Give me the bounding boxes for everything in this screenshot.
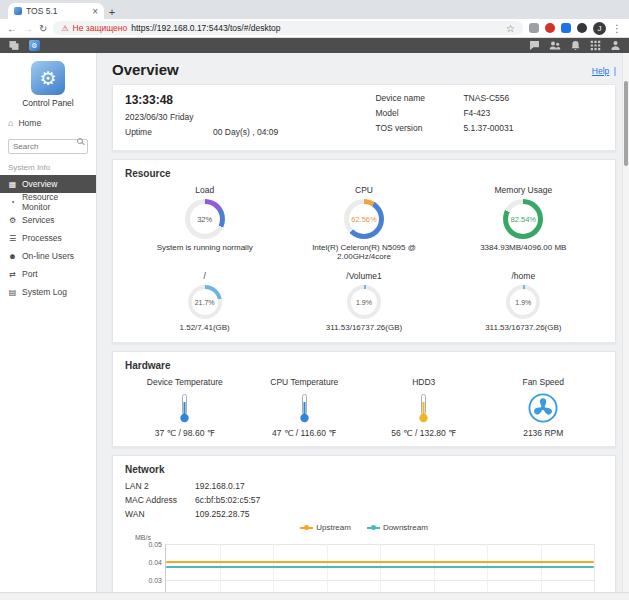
help-area: Help |	[592, 60, 616, 78]
show-desktop-icon[interactable]	[8, 40, 20, 51]
back-icon[interactable]: ←	[7, 23, 17, 34]
memory-gauge: Memory Usage 82.54% 3384.93MB/4096.00 MB	[444, 185, 603, 261]
volume-root-gauge: / 21.7% 1.52/7.41(GB)	[125, 271, 284, 332]
upstream-line	[166, 561, 594, 563]
search-input[interactable]	[8, 139, 88, 154]
bookmark-star-icon[interactable]: ☆	[506, 23, 515, 34]
model-value: F4-423	[463, 108, 490, 118]
sidebar-search	[8, 135, 88, 154]
page-scrollbar[interactable]	[622, 53, 629, 592]
volume1-donut: 1.9%	[347, 285, 381, 319]
port-icon: ⇄	[8, 270, 17, 279]
network-card: Network LAN 2 192.168.0.17 MAC Address 6…	[112, 455, 616, 592]
control-panel-title: Control Panel	[0, 98, 96, 108]
legend-downstream[interactable]: Downstream	[367, 523, 428, 532]
wan-row: WAN 109.252.28.75	[125, 509, 603, 519]
model-label: Model	[375, 108, 463, 118]
fan-speed-item: Fan Speed 2136 RPM	[484, 377, 604, 438]
uptime-label: Uptime	[125, 127, 213, 137]
chart-plot-area: 0.05 0.04 0.03 0.02 0.01 0.00	[165, 544, 595, 592]
address-bar[interactable]: ⚠ Не защищено https://192.168.0.17:5443/…	[53, 21, 523, 35]
volume-home-donut: 1.9%	[506, 285, 540, 319]
extension-icon[interactable]	[529, 23, 539, 33]
uptime-value: 00 Day(s) , 04:09	[213, 127, 278, 137]
model-row: Model F4-423	[375, 108, 603, 118]
cpu-donut: 62.56%	[344, 199, 384, 239]
legend-upstream[interactable]: Upstream	[300, 523, 351, 532]
new-tab-button[interactable]: +	[104, 4, 120, 19]
message-icon[interactable]	[529, 40, 540, 51]
control-panel-task-icon[interactable]: ⚙	[29, 40, 40, 51]
account-icon[interactable]	[610, 40, 621, 51]
sidebar-item-label: Resource Monitor	[22, 192, 88, 212]
help-separator: |	[614, 66, 616, 76]
sidebar-item-port[interactable]: ⇄ Port	[0, 265, 96, 283]
url-text: https://192.168.0.17:5443/tos/#/desktop	[131, 23, 280, 33]
sidebar-item-label: On-line Users	[22, 251, 74, 261]
network-card-title: Network	[125, 464, 603, 475]
network-chart: MB/s 0.05	[165, 544, 595, 592]
security-warning-icon: ⚠	[61, 24, 68, 33]
apps-grid-icon[interactable]	[590, 40, 601, 51]
volume-root-donut: 21.7%	[188, 285, 222, 319]
sidebar-item-label: Overview	[22, 179, 57, 189]
device-name-label: Device name	[375, 93, 463, 103]
y-axis-unit-label: MB/s	[135, 534, 151, 541]
browser-menu-icon[interactable]: ⋮	[612, 23, 622, 34]
sidebar-item-online-users[interactable]: ☻ On-line Users	[0, 247, 96, 265]
browser-window: TOS 5.1 × + ← → ↻ ⚠ Не защищено https://…	[0, 0, 629, 600]
cpu-gauge: CPU 62.56% Intel(R) Celeron(R) N5095 @ 2…	[284, 185, 443, 261]
search-icon	[77, 138, 83, 144]
forward-icon[interactable]: →	[23, 23, 33, 34]
sidebar-item-overview[interactable]: ▦ Overview	[0, 175, 96, 193]
resource-card-title: Resource	[125, 168, 603, 179]
sidebar-item-resource-monitor[interactable]: ◔ Resource Monitor	[0, 193, 96, 211]
resource-monitor-icon: ◔	[8, 198, 17, 207]
page-title: Overview	[112, 61, 179, 78]
services-icon: ⚙	[8, 216, 17, 225]
notifications-bell-icon[interactable]	[570, 40, 581, 51]
sidebar-section-label: System Info	[0, 159, 96, 175]
tab-favicon-icon	[14, 7, 22, 15]
extension-icon[interactable]	[561, 23, 571, 33]
extension-icon[interactable]	[577, 23, 587, 33]
tos-taskbar: ⚙	[0, 38, 629, 53]
mac-row: MAC Address 6c:bf:b5:02:c5:57	[125, 495, 603, 505]
sidebar-item-services[interactable]: ⚙ Services	[0, 211, 96, 229]
y-tick: 0.04	[134, 559, 162, 566]
security-warning-text: Не защищено	[73, 23, 128, 33]
downstream-line	[166, 566, 594, 568]
help-link[interactable]: Help	[592, 66, 609, 76]
overview-icon: ▦	[8, 180, 17, 189]
chart-legend: Upstream Downstream	[125, 523, 603, 532]
extension-icon[interactable]	[545, 23, 555, 33]
device-name-row: Device name TNAS-C556	[375, 93, 603, 103]
processes-icon: ☰	[8, 234, 17, 243]
sidebar: ⚙ Control Panel ⌂ Home System Info ▦ Ove…	[0, 53, 97, 592]
main-content: Overview Help | 13:33:48 2023/06/30 Frid…	[97, 53, 629, 592]
sidebar-item-home[interactable]: ⌂ Home	[0, 115, 96, 131]
browser-tab-strip: TOS 5.1 × +	[0, 0, 629, 19]
users-icon[interactable]	[549, 40, 561, 51]
home-label: Home	[18, 118, 41, 128]
y-tick: 0.05	[134, 541, 162, 548]
sidebar-item-processes[interactable]: ☰ Processes	[0, 229, 96, 247]
volume-home-gauge: /home 1.9% 311.53/16737.26(GB)	[444, 271, 603, 332]
home-icon: ⌂	[8, 118, 13, 128]
device-temperature-item: Device Temperature 37 ℃ / 98.60 ℉	[125, 377, 245, 438]
reload-icon[interactable]: ↻	[39, 23, 47, 34]
sidebar-item-system-log[interactable]: ▤ System Log	[0, 283, 96, 301]
tab-close-icon[interactable]: ×	[92, 6, 98, 17]
browser-tab[interactable]: TOS 5.1 ×	[8, 3, 104, 19]
tab-title: TOS 5.1	[26, 6, 88, 16]
resource-card: Resource Load 32% System is running norm…	[112, 159, 616, 343]
profile-avatar[interactable]: J	[593, 22, 606, 35]
load-gauge: Load 32% System is running normally	[125, 185, 284, 261]
device-name-value: TNAS-C556	[463, 93, 509, 103]
downstream-marker-icon	[367, 527, 380, 529]
y-tick: 0.03	[134, 577, 162, 584]
upstream-marker-icon	[300, 527, 313, 529]
scrollbar-thumb[interactable]	[624, 81, 628, 166]
current-time: 13:33:48	[125, 93, 375, 107]
sidebar-item-label: System Log	[22, 287, 67, 297]
